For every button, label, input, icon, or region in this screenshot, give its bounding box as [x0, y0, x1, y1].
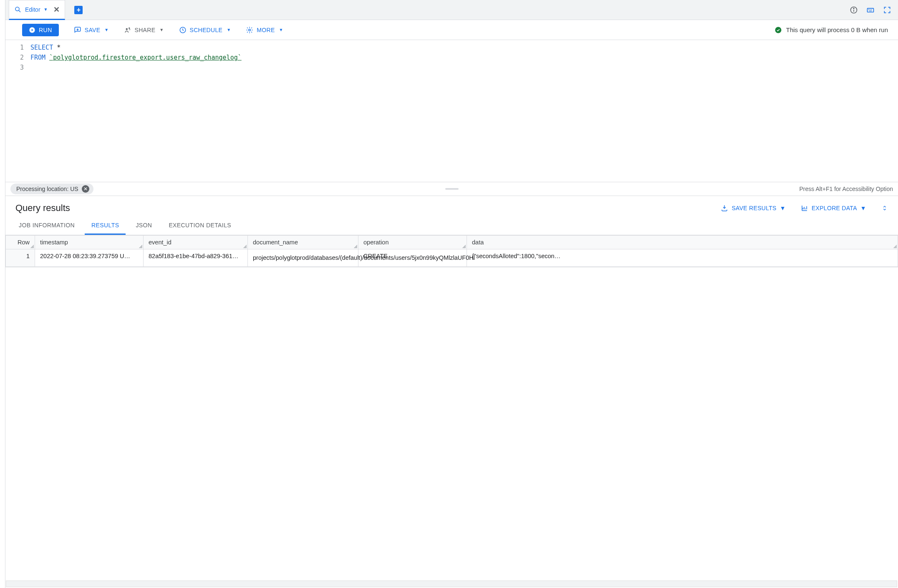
resize-handle-icon[interactable] [462, 245, 466, 248]
tab-results[interactable]: RESULTS [85, 217, 126, 235]
keyboard-icon[interactable] [866, 6, 875, 14]
info-icon[interactable] [850, 6, 858, 14]
results-header: Query results SAVE RESULTS ▼ EXPLORE DAT… [5, 196, 898, 217]
status-row: Processing location: US ✕ Press Alt+F1 f… [5, 182, 898, 196]
gear-icon [246, 26, 253, 34]
caret-down-icon: ▼ [44, 7, 48, 12]
run-button[interactable]: RUN [22, 24, 59, 36]
resize-handle-icon[interactable] [139, 245, 142, 248]
schedule-label: SCHEDULE [190, 27, 223, 33]
line-number: 2 [5, 53, 24, 63]
schedule-button[interactable]: SCHEDULE ▼ [179, 26, 231, 34]
line-number: 3 [5, 63, 24, 73]
svg-point-16 [775, 27, 781, 33]
cell-operation: CREATE [358, 249, 467, 267]
line-number: 1 [5, 43, 24, 53]
results-title: Query results [15, 203, 70, 214]
query-estimate-text: This query will process 0 B when run [786, 26, 888, 33]
clock-icon [179, 26, 187, 34]
resize-handle-icon[interactable] [354, 245, 357, 248]
sql-editor[interactable]: 1 2 3 SELECT * FROM `polyglotprod.firest… [5, 40, 898, 182]
table-reference: `polyglotprod.firestore_export.users_raw… [49, 54, 242, 61]
chip-close-icon[interactable]: ✕ [82, 185, 89, 193]
tab-bar: Editor ▼ ✕ + [5, 0, 898, 20]
cell-rownum: 1 [6, 249, 35, 267]
new-tab-button[interactable]: + [74, 6, 83, 14]
toolbar: RUN SAVE ▼ + SHARE ▼ SCHEDULE ▼ MORE ▼ T… [5, 20, 898, 40]
code-token: * [53, 44, 61, 51]
save-results-button[interactable]: SAVE RESULTS ▼ [721, 204, 786, 212]
cell-document-name: projects/polyglotprod/databases/(default… [248, 249, 358, 267]
table-row[interactable]: 1 2022-07-28 08:23:39.273759 U… 82a5f183… [6, 249, 898, 267]
col-operation[interactable]: operation [358, 236, 467, 249]
caret-down-icon: ▼ [227, 28, 231, 32]
cell-timestamp: 2022-07-28 08:23:39.273759 U… [35, 249, 144, 267]
save-label: SAVE [85, 27, 101, 33]
col-timestamp[interactable]: timestamp [35, 236, 144, 249]
svg-line-1 [19, 10, 20, 12]
tab-json[interactable]: JSON [129, 217, 159, 235]
results-table-wrap: Row timestamp event_id document_name ope… [5, 235, 898, 267]
more-label: MORE [257, 27, 275, 33]
fullscreen-icon[interactable] [883, 6, 891, 14]
share-label: SHARE [135, 27, 156, 33]
svg-point-11 [126, 28, 128, 30]
editor-tab-label: Editor [25, 6, 40, 13]
line-gutter: 1 2 3 [5, 43, 30, 182]
caret-down-icon: ▼ [780, 205, 786, 211]
col-document-name[interactable]: document_name [248, 236, 358, 249]
resize-handle-icon[interactable] [30, 245, 34, 248]
cell-data: {"secondsAlloted":1800,"secon… [467, 249, 898, 267]
results-tabs: JOB INFORMATION RESULTS JSON EXECUTION D… [5, 217, 898, 235]
play-icon [29, 27, 35, 33]
svg-point-15 [249, 29, 251, 31]
share-icon: + [124, 26, 131, 34]
resize-handle[interactable] [445, 188, 459, 190]
close-tab-icon[interactable]: ✕ [53, 5, 60, 14]
horizontal-scrollbar[interactable] [6, 580, 897, 587]
tab-execution-details[interactable]: EXECUTION DETAILS [162, 217, 238, 235]
caret-down-icon: ▼ [104, 28, 108, 32]
svg-rect-5 [868, 8, 874, 12]
share-button[interactable]: + SHARE ▼ [124, 26, 164, 34]
download-icon [721, 204, 728, 212]
svg-rect-6 [868, 9, 869, 10]
code-content[interactable]: SELECT * FROM `polyglotprod.firestore_ex… [30, 43, 898, 182]
more-button[interactable]: MORE ▼ [246, 26, 283, 34]
svg-rect-7 [870, 9, 870, 10]
query-icon [14, 6, 22, 13]
cell-event-id: 82a5f183-e1be-47bd-a829-361… [144, 249, 248, 267]
keyword: SELECT [30, 44, 53, 51]
svg-rect-9 [869, 10, 872, 11]
svg-rect-8 [871, 9, 872, 10]
results-table: Row timestamp event_id document_name ope… [5, 235, 898, 267]
run-label: RUN [39, 27, 52, 33]
caret-down-icon: ▼ [159, 28, 164, 32]
explore-data-button[interactable]: EXPLORE DATA ▼ [801, 204, 866, 212]
svg-text:+: + [129, 27, 131, 31]
unfold-icon[interactable] [881, 205, 888, 211]
explore-data-label: EXPLORE DATA [812, 205, 857, 211]
editor-tab[interactable]: Editor ▼ ✕ [9, 0, 65, 20]
processing-location-chip[interactable]: Processing location: US ✕ [10, 183, 93, 194]
save-icon [74, 26, 81, 34]
svg-point-0 [15, 7, 19, 11]
tab-job-information[interactable]: JOB INFORMATION [12, 217, 81, 235]
accessibility-hint: Press Alt+F1 for Accessibility Option [800, 186, 893, 192]
col-event-id[interactable]: event_id [144, 236, 248, 249]
save-button[interactable]: SAVE ▼ [74, 26, 109, 34]
caret-down-icon: ▼ [279, 28, 283, 32]
chip-label: Processing location: US [16, 186, 78, 192]
caret-down-icon: ▼ [860, 205, 866, 211]
resize-handle-icon[interactable] [243, 245, 247, 248]
col-row[interactable]: Row [6, 236, 35, 249]
check-circle-icon [774, 26, 782, 34]
save-results-label: SAVE RESULTS [732, 205, 776, 211]
keyword: FROM [30, 54, 45, 61]
svg-point-4 [853, 8, 854, 9]
chart-icon [801, 204, 808, 212]
col-data[interactable]: data [467, 236, 898, 249]
resize-handle-icon[interactable] [893, 245, 897, 248]
